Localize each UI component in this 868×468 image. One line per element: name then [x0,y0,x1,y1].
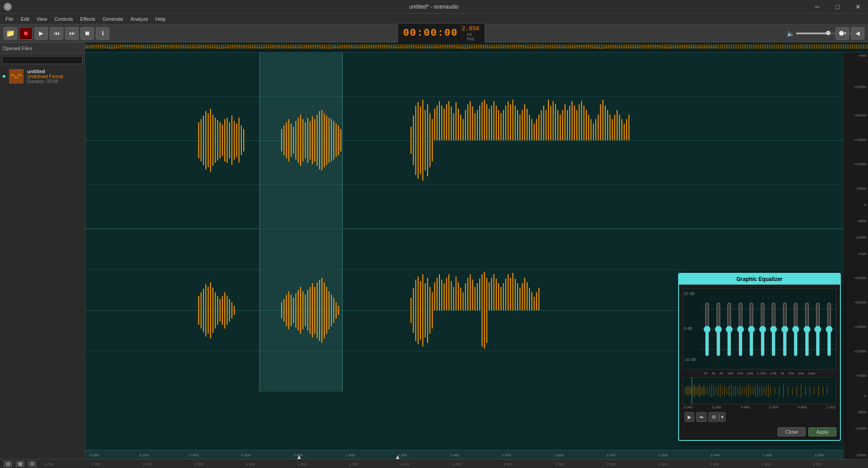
eq-title: Graphic Equalizer [736,276,783,282]
close-button[interactable]: ✕ [848,0,868,14]
stop-button[interactable]: ⏹ [80,27,94,40]
menu-item-analyze[interactable]: Analyze [127,15,152,23]
eq-titlebar: Graphic Equalizer [679,274,840,285]
eq-band-10k [802,302,812,356]
svg-text:1.800: 1.800 [554,453,564,457]
svg-text:2.800: 2.800 [815,453,824,457]
file-format: Undefined Format [27,74,63,79]
svg-text:1.000: 1.000 [345,453,355,457]
bottom-time-ruler: 0.000 0.200 0.400 0.600 0.800 1.000 1.20… [40,459,864,468]
eq-slider-1250hz[interactable] [770,302,777,356]
svg-text:2.800: 2.800 [761,462,770,466]
eq-band-315 [746,302,757,356]
rewind-button[interactable]: ⏮ [50,27,63,40]
menu-item-controls[interactable]: Controls [51,15,76,23]
eq-band-80 [724,302,735,356]
eq-time-labels: 0.000 0.200 0.400 0.600 0.800 1.000 [683,405,836,409]
bottom-ruler: 0.000 0.200 0.400 0.600 0.800 1.000 1.20… [85,450,843,459]
svg-text:0.200: 0.200 [140,453,149,457]
forward-button[interactable]: ⏭ [65,27,79,40]
eq-label-neg20db: -20 dB [684,357,696,362]
frequency-value: 2.850 [462,25,479,32]
menu-item-file[interactable]: File [2,15,17,23]
sidebar: Opened Files ⋮ untitled Undefined Format… [0,42,85,468]
eq-band-40 [713,302,724,356]
view-grid-button[interactable]: ▦ [16,461,24,467]
svg-text:1.400: 1.400 [401,462,410,466]
menu-item-generate[interactable]: Generate [99,15,127,23]
eq-play-button[interactable]: ▶ [684,412,694,422]
file-thumbnail [9,69,24,84]
window-title: untitled* - ocenaudio [409,4,458,10]
svg-text:1.000: 1.000 [297,462,307,466]
zoom-history-button[interactable]: 🕐▾ [835,27,849,40]
eq-apply-button[interactable]: Apply [808,427,836,436]
eq-slider-160hz[interactable] [737,302,744,356]
eq-slider-40hz[interactable] [715,302,722,356]
eq-settings-button[interactable]: ⚙ [708,412,719,422]
svg-text:1.400: 1.400 [450,453,459,457]
sidebar-header: Opened Files ⋮ [0,42,85,54]
view-tiles-button[interactable]: ⊞ [28,461,36,467]
eq-slider-80hz[interactable] [726,302,732,356]
menu-item-edit[interactable]: Edit [17,15,33,23]
frequency-unit: Hzfreq [467,32,474,41]
eq-preview [683,377,836,404]
eq-content: 20 dB 0 dB -20 dB [679,285,840,427]
svg-text:1.600: 1.600 [452,462,461,466]
eq-slider-gain[interactable] [826,302,832,356]
menu-item-help[interactable]: Help [152,15,170,23]
time-display: 00:00:00 2.850 Hzfreq [397,23,486,44]
eq-transport-controls: ▶ ➡ ⚙ ▾ [683,409,836,424]
svg-text:3.000: 3.000 [813,462,822,466]
waveform-ch1-svg [85,52,843,228]
eq-slider-5khz[interactable] [793,302,799,356]
eq-band-20k [813,302,823,356]
new-button[interactable]: 📁 [4,27,17,40]
file-item[interactable]: untitled Undefined Format Duration: 00:0… [0,66,85,87]
maximize-button[interactable]: □ [827,0,848,14]
eq-close-button[interactable]: Close [778,427,806,436]
svg-text:0.600: 0.600 [241,453,251,457]
svg-text:1.600: 1.600 [502,453,511,457]
record-button[interactable]: ⏺ [19,27,33,40]
svg-text:0.600: 0.600 [194,462,203,466]
sidebar-resize-handle[interactable]: ⋮ [77,45,82,51]
sidebar-search-container [0,54,85,66]
file-info: untitled Undefined Format Duration: 00:0… [27,69,63,84]
svg-text:2.400: 2.400 [658,462,667,466]
eq-slider-20khz[interactable] [815,302,821,356]
svg-text:2.400: 2.400 [711,453,720,457]
menu-item-view[interactable]: View [33,15,51,23]
back-button[interactable]: ◀ [851,27,864,40]
svg-text:2.200: 2.200 [658,453,668,457]
eq-slider-315hz[interactable] [748,302,755,356]
svg-text:0.800: 0.800 [246,462,255,466]
eq-band-160 [736,302,746,356]
minimize-button[interactable]: ─ [807,0,827,14]
info-button[interactable]: ℹ [96,27,109,40]
play-button[interactable]: ▶ [34,27,48,40]
eq-gear-dropdown[interactable]: ⚙ ▾ [708,412,726,422]
file-duration: Duration: 00:08 [27,79,63,84]
menu-item-effects[interactable]: Effects [76,15,99,23]
titlebar: untitled* - ocenaudio ─ □ ✕ [0,0,868,14]
window-controls: ─ □ ✕ [807,0,868,14]
svg-text:0.000: 0.000 [90,453,99,457]
file-name: untitled [27,69,63,74]
eq-slider-2500hz[interactable] [782,302,788,356]
eq-band-630 [758,302,768,356]
statusbar: ▤ ▦ ⊞ 0.000 0.200 0.400 0.600 0.800 1.00… [0,459,868,468]
volume-low-icon: 🔈 [787,30,794,37]
eq-settings-arrow[interactable]: ▾ [719,412,726,422]
svg-rect-2 [85,43,868,51]
eq-slider-630hz[interactable] [760,302,766,356]
eq-slider-20hz[interactable] [704,302,710,356]
eq-loop-button[interactable]: ➡ [696,412,707,422]
svg-text:2.000: 2.000 [555,462,564,466]
view-list-button[interactable]: ▤ [4,461,12,467]
sidebar-search-input[interactable] [2,56,83,64]
sidebar-title: Opened Files [3,46,32,51]
svg-text:1.200: 1.200 [398,453,407,457]
eq-slider-10khz[interactable] [804,302,810,356]
